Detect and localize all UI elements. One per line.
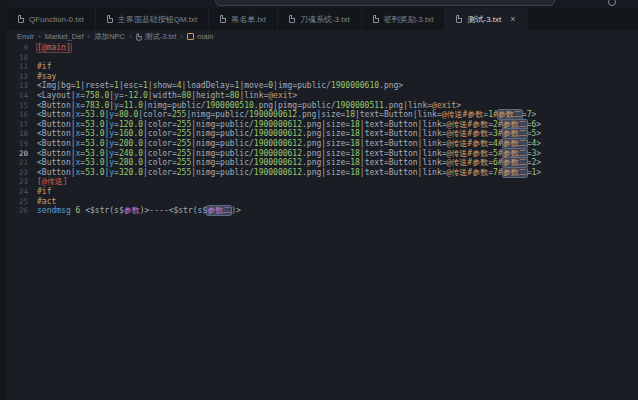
code-token: 255 [177, 168, 191, 177]
code-token: .png|size= [297, 110, 345, 119]
code-line[interactable]: 9[@main] [7, 43, 638, 53]
breadcrumb-item-Envir[interactable]: Envir [17, 32, 34, 41]
line-number[interactable]: 10 [7, 53, 37, 63]
code-line[interactable]: 15<Button|x=783.0|y=11.0|nimg=public/190… [7, 101, 638, 111]
line-number[interactable]: 23 [7, 177, 37, 187]
line-number[interactable]: 14 [7, 91, 37, 101]
tab-QFunction-0.txt[interactable]: QFunction-0.txt [7, 8, 96, 30]
code-line[interactable]: 25#act [7, 197, 638, 207]
breadcrumb-item-Market_Def[interactable]: Market_Def [45, 32, 84, 41]
tab-主界面基础按钮QM.txt[interactable]: 主界面基础按钮QM.txt [96, 8, 210, 30]
tab-刀魂系统-3.txt[interactable]: 刀魂系统-3.txt [278, 8, 362, 30]
file-icon [136, 33, 141, 40]
code-token: <Layout| [37, 91, 76, 100]
code-token: |width= [148, 91, 182, 100]
code-token: 53.0 [85, 139, 104, 148]
code-text[interactable]: <Button|x=53.0|y=120.0|color=255|nimg=pu… [37, 120, 638, 130]
code-text[interactable]: <Button|x=53.0|y=200.0|color=255|nimg=pu… [37, 139, 638, 149]
code-token: <Button| [37, 101, 76, 110]
code-line[interactable]: 16<Button|x=53.0|y=80.0|color=255|nimg=p… [7, 110, 638, 120]
code-token: 53.0 [85, 120, 104, 129]
line-number[interactable]: 19 [7, 139, 37, 149]
code-line[interactable]: 11#if [7, 62, 638, 72]
account-icon[interactable] [608, 0, 616, 6]
code-token: #if [37, 187, 51, 196]
line-number[interactable]: 9 [7, 43, 37, 53]
code-line[interactable]: 12#say [7, 72, 638, 82]
breadcrumb-item-测试-3.txt[interactable]: 测试-3.txt [136, 32, 177, 42]
code-line[interactable]: 19<Button|x=53.0|y=200.0|color=255|nimg=… [7, 139, 638, 149]
code-token: 1900000612 [254, 139, 302, 148]
line-number[interactable]: 20 [7, 149, 37, 159]
code-token: .png|size= [302, 168, 350, 177]
code-token: |text=Button|link= [360, 168, 447, 177]
code-line[interactable]: 18<Button|x=53.0|y=160.0|color=255|nimg=… [7, 129, 638, 139]
line-number[interactable]: 17 [7, 120, 37, 130]
line-number[interactable]: 12 [7, 72, 37, 82]
code-token: .png|pimg=public/ [254, 101, 336, 110]
line-number[interactable]: 22 [7, 168, 37, 178]
line-number[interactable]: 13 [7, 81, 37, 91]
code-text[interactable]: <Button|x=783.0|y=11.0|nimg=public/19000… [37, 101, 638, 111]
code-editor[interactable]: 9[@main]1011#if12#say13<Img|bg=1|reset=1… [7, 43, 638, 400]
code-token: 1900000511 [336, 101, 384, 110]
code-text[interactable]: #say [37, 72, 638, 82]
code-line[interactable]: 26sendmsg 6 <$str(s$参数)>----<$str(s$参数二)… [7, 206, 638, 216]
code-token: #act [37, 197, 56, 206]
code-text[interactable]: <Button|x=53.0|y=320.0|color=255|nimg=pu… [37, 168, 638, 178]
code-text[interactable]: <Button|x=53.0|y=240.0|color=255|nimg=pu… [37, 149, 638, 159]
line-number[interactable]: 18 [7, 129, 37, 139]
code-token: |nimg=public/ [191, 158, 254, 167]
code-text[interactable]: <Layout|x=758.0|y=-12.0|width=80|height=… [37, 91, 638, 101]
code-line[interactable]: 24#if [7, 187, 638, 197]
breadcrumb-item-添加NPC[interactable]: 添加NPC [94, 32, 125, 42]
code-token: 255 [177, 139, 191, 148]
code-token: > [536, 129, 541, 138]
code-text[interactable]: [@main] [37, 43, 638, 53]
command-center-searchbox[interactable] [215, 0, 555, 6]
line-number[interactable]: 11 [7, 62, 37, 72]
code-line[interactable]: 22<Button|x=53.0|y=320.0|color=255|nimg=… [7, 168, 638, 178]
code-line[interactable]: 21<Button|x=53.0|y=280.0|color=255|nimg=… [7, 158, 638, 168]
code-line[interactable]: 13<Img|bg=1|reset=1|esc=1|show=4|loadDel… [7, 81, 638, 91]
code-token: 1900000510 [206, 101, 254, 110]
tab-close-icon[interactable]: × [510, 15, 515, 24]
line-number[interactable]: 21 [7, 158, 37, 168]
code-token: > [531, 110, 536, 119]
code-text[interactable]: #if [37, 187, 638, 197]
breadcrumb: Envir›Market_Def›添加NPC›测试-3.txt›main [7, 30, 638, 43]
code-line[interactable]: 14<Layout|x=758.0|y=-12.0|width=80|heigh… [7, 91, 638, 101]
code-text[interactable]: sendmsg 6 <$str(s$参数)>----<$str(s$参数二)> [37, 206, 638, 216]
code-text[interactable]: <Button|x=53.0|y=160.0|color=255|nimg=pu… [37, 129, 638, 139]
tab-label: 刀魂系统-3.txt [300, 14, 350, 25]
code-token: @传送#参数 [447, 139, 489, 148]
code-token: 783.0 [85, 101, 109, 110]
code-token: 1900000612 [254, 168, 302, 177]
code-token: .png|size= [302, 139, 350, 148]
code-text[interactable]: #act [37, 197, 638, 207]
line-number[interactable]: 26 [7, 206, 37, 216]
tab-测试-3.txt[interactable]: 测试-3.txt× [445, 8, 527, 30]
code-text[interactable] [37, 53, 638, 63]
highlighted-match: 参数二 [498, 110, 522, 119]
line-number[interactable]: 16 [7, 110, 37, 120]
file-icon [456, 15, 462, 23]
line-number[interactable]: 15 [7, 101, 37, 111]
code-line[interactable]: 10 [7, 53, 638, 63]
code-line[interactable]: 23[@传送] [7, 177, 638, 187]
code-text[interactable]: #if [37, 62, 638, 72]
code-text[interactable]: <Button|x=53.0|y=280.0|color=255|nimg=pu… [37, 158, 638, 168]
code-text[interactable]: [@传送] [37, 177, 638, 187]
code-text[interactable]: <Img|bg=1|reset=1|esc=1|show=4|loadDelay… [37, 81, 638, 91]
code-token: # [498, 129, 503, 138]
tab-签到奖励-3.txt[interactable]: 签到奖励-3.txt [362, 8, 446, 30]
code-line[interactable]: 17<Button|x=53.0|y=120.0|color=255|nimg=… [7, 120, 638, 130]
line-number[interactable]: 24 [7, 187, 37, 197]
line-number[interactable]: 25 [7, 197, 37, 207]
code-text[interactable]: <Button|x=53.0|y=80.0|color=255|nimg=pub… [37, 110, 638, 120]
code-token: 1900000612 [254, 120, 302, 129]
tab-黑名单.txt[interactable]: 黑名单.txt [209, 8, 278, 30]
code-line[interactable]: 20<Button|x=53.0|y=240.0|color=255|nimg=… [7, 149, 638, 159]
breadcrumb-item-main[interactable]: main [187, 32, 213, 41]
highlighted-match: 参数二 [503, 158, 527, 167]
